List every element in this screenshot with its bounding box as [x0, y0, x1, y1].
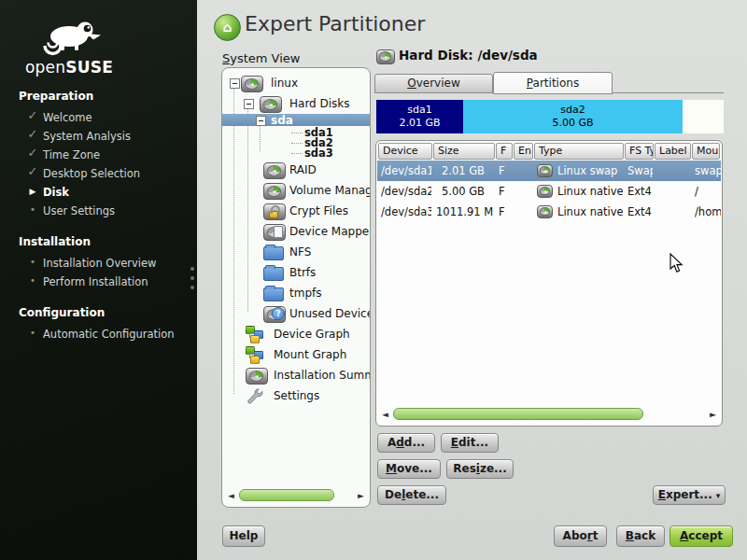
edit-button[interactable]: Edit...: [441, 433, 499, 453]
table-row-sda2[interactable]: /dev/sda2 5.00 GB F Linux native Ext4 /: [377, 181, 721, 202]
back-button[interactable]: Back: [616, 525, 665, 547]
column-header-label[interactable]: Label: [655, 143, 691, 160]
resize-button[interactable]: Resize...: [446, 459, 514, 479]
tree-item-mount-graph[interactable]: Mount Graph: [222, 344, 370, 365]
table-row-sda3[interactable]: /dev/sda3 1011.91 MB F Linux native Ext4…: [377, 202, 721, 222]
cell-size: 5.00 GB: [432, 185, 494, 198]
cell-size: 1011.91 MB: [432, 205, 494, 218]
expander-icon[interactable]: [244, 99, 254, 109]
graph-nodes-icon: [246, 326, 264, 342]
accept-button[interactable]: Accept: [669, 525, 733, 547]
tree-connector-stub: [291, 143, 303, 144]
unused-devices-icon: ?: [263, 306, 286, 323]
abort-button[interactable]: Abort: [554, 525, 607, 547]
sidebar-step-installation-overview: •Installation Overview: [0, 256, 197, 273]
column-header-mount[interactable]: Mount: [692, 143, 720, 160]
tree-item-sda3[interactable]: sda3: [222, 147, 370, 158]
graph-nodes-icon: [246, 346, 264, 362]
cell-format-flag: F: [495, 205, 512, 218]
table-row-sda1[interactable]: /dev/sda1 2.01 GB F Linux swap Swap swap: [377, 161, 721, 181]
tree-item-label: Settings: [274, 389, 319, 402]
tree-item-label: sda3: [304, 147, 333, 160]
cell-mount-point: swap: [691, 164, 721, 177]
tree-item-label: Unused Devices: [289, 307, 371, 320]
tree-item-btrfs[interactable]: Btrfs: [222, 262, 370, 283]
tree-connector-stub: [291, 153, 303, 154]
folder-icon: [263, 287, 284, 301]
tab-overview[interactable]: Overview: [374, 74, 493, 93]
tree-item-linux[interactable]: linux: [222, 73, 370, 93]
scrollbar-thumb[interactable]: [239, 489, 334, 501]
partition-segment-free: [683, 100, 724, 133]
cell-fs-type: Ext4: [624, 185, 653, 198]
sidebar-step-automatic-configuration: •Automatic Configuration: [0, 327, 197, 343]
tree-item-settings[interactable]: Settings: [222, 385, 370, 406]
expander-icon[interactable]: [256, 116, 266, 126]
tab-bar: Overview Partitions: [374, 72, 724, 93]
help-button[interactable]: Help: [222, 525, 265, 547]
cell-type: Linux swap: [533, 164, 623, 177]
cell-mount-point: /home: [691, 205, 721, 218]
tree-item-sda2[interactable]: sda2: [222, 137, 370, 147]
column-header-f[interactable]: F: [496, 143, 513, 160]
partition-type-icon: [537, 185, 553, 198]
tree-item-label: Hard Disks: [289, 97, 350, 110]
check-icon: ✓: [26, 127, 39, 141]
tree-item-hard-disks[interactable]: Hard Disks: [222, 93, 370, 114]
add-button[interactable]: Add...: [377, 433, 435, 453]
partition-segment-sda2: sda25.00 GB: [463, 100, 683, 133]
device-mapper-icon: [263, 224, 286, 241]
tab-partitions[interactable]: Partitions: [493, 72, 613, 94]
tree-item-crypt-files[interactable]: Crypt Files: [222, 201, 370, 221]
bullet-icon: •: [26, 327, 39, 339]
scrollbar-thumb[interactable]: [393, 408, 643, 420]
column-header-en[interactable]: En: [514, 143, 533, 160]
expert-menu-button[interactable]: Expert...▾: [653, 485, 726, 505]
scroll-left-icon[interactable]: ◄: [228, 491, 234, 500]
scroll-right-icon[interactable]: ►: [358, 491, 364, 500]
volume-management-icon: [263, 183, 286, 200]
tree-item-label: Device Graph: [274, 328, 350, 341]
expander-icon[interactable]: [230, 78, 240, 89]
installer-sidebar: openSUSE Preparation ✓Welcome ✓System An…: [0, 0, 197, 560]
tree-item-device-graph[interactable]: Device Graph: [222, 324, 370, 344]
tree-item-device-mapper[interactable]: Device Mapper: [222, 221, 370, 242]
move-button[interactable]: Move...: [377, 459, 441, 479]
tree-item-sda1[interactable]: sda1: [222, 127, 370, 137]
tree-item-tmpfs[interactable]: tmpfs: [222, 283, 370, 303]
scroll-left-icon[interactable]: ◄: [382, 410, 388, 419]
tree-item-installation-summary[interactable]: Installation Summary: [222, 365, 370, 385]
installer-window: openSUSE Preparation ✓Welcome ✓System An…: [0, 0, 747, 560]
table-header-row: Device Size F En Type FS Ty Label Mount: [378, 143, 720, 160]
tree-item-raid[interactable]: RAID: [222, 160, 370, 180]
cell-size: 2.01 GB: [432, 164, 494, 177]
column-header-type[interactable]: Type: [534, 143, 624, 160]
tree-item-label: sda: [271, 114, 293, 127]
sidebar-step-system-analysis: ✓System Analysis: [0, 129, 197, 146]
tree-item-nfs[interactable]: NFS: [222, 242, 370, 262]
column-header-device[interactable]: Device: [378, 143, 432, 160]
tree-item-volume-management[interactable]: Volume Management: [222, 180, 370, 201]
delete-button[interactable]: Delete...: [377, 485, 446, 505]
hard-disk-icon: [246, 368, 268, 385]
tree-item-label: Device Mapper: [289, 225, 371, 238]
partition-usage-bar: sda12.01 GB sda25.00 GB: [376, 100, 724, 133]
partition-type-icon: [537, 164, 553, 177]
page-title: Expert Partitioner: [245, 12, 425, 35]
cell-device: /dev/sda3: [377, 205, 431, 218]
crypt-lock-icon: [263, 203, 286, 220]
sidebar-step-disk: ▶Disk: [0, 185, 197, 202]
folder-icon: [263, 267, 284, 281]
column-header-size[interactable]: Size: [433, 143, 495, 160]
bullet-icon: •: [26, 256, 39, 268]
column-header-fs-type[interactable]: FS Ty: [625, 143, 654, 160]
tree-item-sda-selected[interactable]: sda: [222, 114, 370, 126]
sidebar-step-desktop-selection: ✓Desktop Selection: [0, 166, 197, 183]
tree-horizontal-scrollbar[interactable]: ◄ ►: [226, 489, 366, 502]
table-horizontal-scrollbar[interactable]: ◄ ►: [380, 408, 718, 421]
opensuse-chameleon-logo: [25, 17, 104, 56]
tree-item-unused-devices[interactable]: ? Unused Devices: [222, 303, 370, 324]
disk-title: Hard Disk: /dev/sda: [399, 48, 538, 63]
hard-disk-icon: [376, 49, 395, 64]
scroll-right-icon[interactable]: ►: [710, 410, 716, 419]
